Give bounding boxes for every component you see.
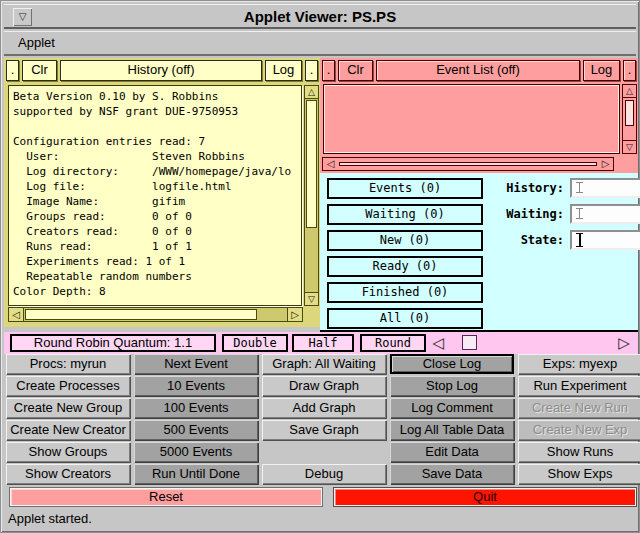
reset-button[interactable]: Reset [10,488,322,506]
queue-button-new[interactable]: New (0) [327,230,483,251]
history-input-caret [576,182,583,193]
queue-button-waiting[interactable]: Waiting (0) [327,204,483,225]
waiting-field-label: Waiting: [488,204,564,225]
grid-button-create-new-creator[interactable]: Create New Creator [6,420,130,440]
grid-button-close-log[interactable]: Close Log [390,354,514,374]
history-clear-button[interactable]: Clr [22,60,57,81]
waiting-input-caret [576,208,583,219]
grid-button-next-event[interactable]: Next Event [134,354,258,374]
history-text-area[interactable]: Beta Version 0.10 by S. Robbins supporte… [8,85,302,306]
event-dot-left-button[interactable]: . [322,60,335,81]
grid-button-100-events[interactable]: 100 Events [134,398,258,418]
state-field-label: State: [488,230,564,251]
state-input-caret [576,233,583,247]
grid-button-create-new-exp: Create New Exp [518,420,640,440]
menu-applet[interactable]: Applet [12,32,61,54]
main-area: . Clr History (off) Log . Beta Version 0… [4,58,636,529]
scroll-right-icon[interactable]: ▷ [598,158,613,170]
history-dot-left-button[interactable]: . [6,60,19,81]
grid-button-show-groups[interactable]: Show Groups [6,442,130,462]
quantum-scroll-thumb[interactable] [462,335,477,350]
window-title: Applet Viewer: PS.PS [4,5,636,28]
event-hscroll-thumb[interactable] [339,162,597,166]
grid-button-save-graph[interactable]: Save Graph [262,420,386,440]
grid-button-create-processes[interactable]: Create Processes [6,376,130,396]
scroll-left-icon[interactable]: ◁ [428,334,448,352]
history-vscroll-thumb[interactable] [306,100,317,228]
grid-button-run-experiment[interactable]: Run Experiment [518,376,640,396]
grid-button-5000-events[interactable]: 5000 Events [134,442,258,462]
grid-button-show-runs[interactable]: Show Runs [518,442,640,462]
grid-button-save-data[interactable]: Save Data [390,464,514,484]
grid-button-add-graph[interactable]: Add Graph [262,398,386,418]
scroll-down-icon[interactable]: ▽ [305,292,318,305]
grid-button-edit-data[interactable]: Edit Data [390,442,514,462]
round-button[interactable]: Round [360,334,426,352]
history-header: . Clr History (off) Log . [6,60,318,81]
quantum-scrollbar[interactable]: ◁ ▷ [428,334,634,352]
queue-panel: Events (0) Waiting (0) New (0) Ready (0)… [320,173,638,332]
grid-button-debug[interactable]: Debug [262,464,386,484]
event-list-panel: . Clr Event List (off) Log . △ ▽ ◁ ▷ [320,58,638,173]
grid-button-exps-myexp[interactable]: Exps: myexp [518,354,640,374]
scroll-up-icon[interactable]: △ [305,86,318,99]
event-dot-right-button[interactable]: . [623,60,636,81]
grid-button-create-new-run: Create New Run [518,398,640,418]
event-vertical-scrollbar[interactable]: △ ▽ [622,84,637,154]
grid-button-show-exps[interactable]: Show Exps [518,464,640,484]
grid-button-log-all-table-data[interactable]: Log All Table Data [390,420,514,440]
queue-button-events[interactable]: Events (0) [327,178,483,199]
grid-button-10-events[interactable]: 10 Events [134,376,258,396]
quantum-bar: Round Robin Quantum: 1.1 Double Half Rou… [4,332,638,354]
history-field-label: History: [488,178,564,199]
history-horizontal-scrollbar[interactable]: ◁ ▷ [8,307,303,322]
history-title: History (off) [60,60,262,81]
quantum-label: Round Robin Quantum: 1.1 [10,334,216,352]
scroll-down-icon[interactable]: ▽ [623,140,636,153]
event-list-title: Event List (off) [376,60,580,81]
double-button[interactable]: Double [222,334,288,352]
event-log-button[interactable]: Log [583,60,620,81]
history-panel: . Clr History (off) Log . Beta Version 0… [4,58,320,327]
queue-button-finished[interactable]: Finished (0) [327,282,483,303]
queue-button-all[interactable]: All (0) [327,308,483,329]
window-menu-icon: ▽ [19,11,27,22]
status-bar: Applet started. [4,508,638,530]
queue-button-ready[interactable]: Ready (0) [327,256,483,277]
event-list-box[interactable] [323,84,620,154]
grid-button-create-new-group[interactable]: Create New Group [6,398,130,418]
history-vertical-scrollbar[interactable]: △ ▽ [304,85,319,306]
history-hscroll-thumb[interactable] [25,309,257,320]
scroll-left-icon[interactable]: ◁ [323,158,338,170]
history-dot-right-button[interactable]: . [305,60,318,81]
status-text: Applet started. [8,511,92,526]
event-list-header: . Clr Event List (off) Log . [322,60,636,81]
grid-button-graph-all-waiting[interactable]: Graph: All Waiting [262,354,386,374]
grid-button-run-until-done[interactable]: Run Until Done [134,464,258,484]
scroll-right-icon[interactable]: ▷ [614,334,634,352]
grid-button-show-creators[interactable]: Show Creators [6,464,130,484]
grid-button-500-events[interactable]: 500 Events [134,420,258,440]
grid-button-stop-log[interactable]: Stop Log [390,376,514,396]
scroll-right-icon[interactable]: ▷ [287,308,302,321]
event-clear-button[interactable]: Clr [338,60,373,81]
event-horizontal-scrollbar[interactable]: ◁ ▷ [322,157,614,171]
titlebar: ▽ Applet Viewer: PS.PS [4,4,636,29]
event-vscroll-thumb[interactable] [625,100,634,126]
window-menu-button[interactable]: ▽ [13,8,32,26]
scroll-left-icon[interactable]: ◁ [9,308,24,321]
half-button[interactable]: Half [292,334,354,352]
grid-empty-cell [262,442,386,462]
history-log-button[interactable]: Log [265,60,302,81]
grid-button-log-comment[interactable]: Log Comment [390,398,514,418]
quit-button[interactable]: Quit [334,488,636,506]
menubar: Applet [4,31,636,56]
scroll-up-icon[interactable]: △ [623,85,636,98]
applet-viewer-window: ▽ Applet Viewer: PS.PS Applet . Clr Hist… [0,0,640,533]
grid-button-draw-graph[interactable]: Draw Graph [262,376,386,396]
grid-button-procs-myrun[interactable]: Procs: myrun [6,354,130,374]
